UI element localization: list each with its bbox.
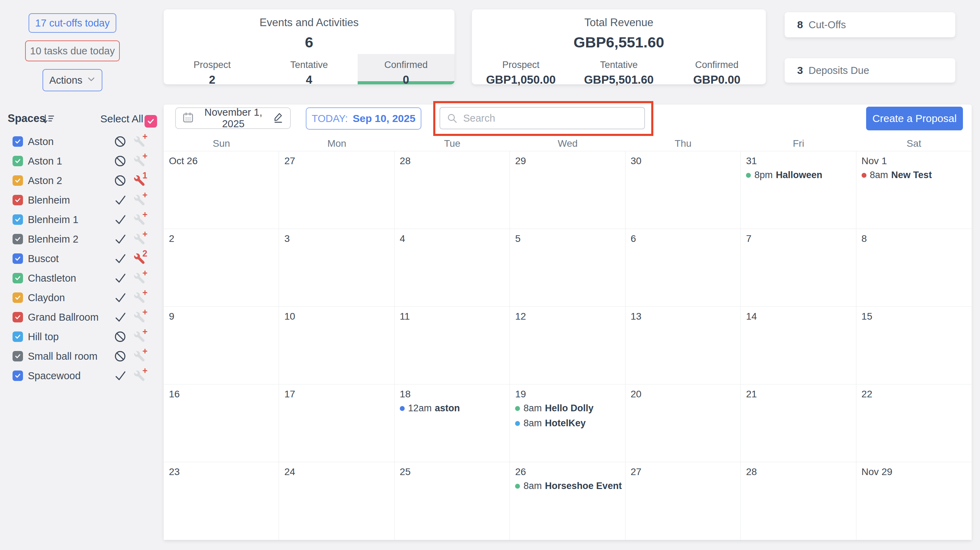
space-checkbox[interactable]	[13, 370, 23, 381]
event-item[interactable]: 12amaston	[400, 402, 508, 415]
ban-icon[interactable]	[113, 349, 127, 363]
calendar-cell[interactable]: 5	[510, 229, 625, 307]
event-item[interactable]: 8amNew Test	[862, 169, 970, 182]
actions-dropdown-button[interactable]: Actions	[43, 69, 102, 91]
calendar-cell[interactable]: 198amHello Dolly8amHotelKey	[510, 384, 625, 462]
event-item[interactable]: 8pmHalloween	[746, 169, 854, 182]
check-icon[interactable]	[113, 252, 127, 265]
wrench-badge: +	[142, 307, 148, 317]
ban-icon[interactable]	[113, 174, 127, 187]
event-item[interactable]: 8amHotelKey	[515, 417, 623, 430]
calendar-cell[interactable]: 28	[741, 462, 856, 540]
calendar-cell[interactable]: 7	[741, 229, 856, 307]
calendar-cell[interactable]: 10	[279, 307, 394, 384]
check-icon[interactable]	[113, 213, 127, 226]
wrench-icon[interactable]: +	[134, 312, 145, 323]
events-prospect-tab[interactable]: Prospect 2	[164, 54, 261, 84]
calendar-cell[interactable]: 268amHorseshoe Event	[510, 462, 625, 540]
calendar-cell[interactable]: 3	[279, 229, 394, 307]
calendar-cell[interactable]: 15	[856, 307, 972, 384]
calendar-cell[interactable]: 6	[625, 229, 741, 307]
space-checkbox[interactable]	[13, 234, 23, 244]
event-item[interactable]: 8amHorseshoe Event	[515, 480, 623, 493]
check-icon[interactable]	[113, 311, 127, 324]
calendar-cell[interactable]: 29	[510, 151, 625, 229]
calendar-cell[interactable]: Nov 18amNew Test	[856, 151, 972, 229]
calendar-cell[interactable]: 1812amaston	[395, 384, 510, 462]
calendar-cell[interactable]: 30	[625, 151, 741, 229]
calendar-cell[interactable]: 21	[741, 384, 856, 462]
calendar-cell[interactable]: 25	[395, 462, 510, 540]
cutoffs-today-button[interactable]: 17 cut-offs today	[29, 13, 116, 33]
wrench-icon[interactable]: +	[134, 195, 145, 206]
calendar-cell[interactable]: 23	[164, 462, 279, 540]
calendar-cell[interactable]: 14	[741, 307, 856, 384]
cutoffs-summary-card[interactable]: 8 Cut-Offs	[784, 12, 955, 37]
calendar-cell[interactable]: 20	[625, 384, 741, 462]
calendar-cell[interactable]: 9	[164, 307, 279, 384]
space-checkbox[interactable]	[13, 136, 23, 147]
wrench-icon[interactable]: +	[134, 136, 145, 147]
check-icon[interactable]	[113, 193, 127, 207]
space-checkbox[interactable]	[13, 312, 23, 322]
select-all-checkbox[interactable]	[145, 115, 157, 128]
wrench-icon[interactable]: +	[134, 214, 145, 225]
edit-pencil-icon[interactable]	[273, 112, 284, 125]
ban-icon[interactable]	[113, 135, 127, 148]
space-checkbox[interactable]	[13, 175, 23, 186]
event-time: 8am	[523, 418, 542, 429]
ban-icon[interactable]	[113, 330, 127, 343]
space-checkbox[interactable]	[13, 253, 23, 264]
calendar-cell[interactable]: 318pmHalloween	[741, 151, 856, 229]
sort-spaces-icon[interactable]	[43, 114, 54, 126]
check-icon[interactable]	[113, 291, 127, 304]
calendar-cell[interactable]: 13	[625, 307, 741, 384]
calendar-cell[interactable]: 22	[856, 384, 972, 462]
space-label: Aston 2	[28, 175, 62, 187]
today-button[interactable]: TODAY: Sep 10, 2025	[306, 107, 422, 130]
check-icon[interactable]	[113, 369, 127, 383]
event-item[interactable]: 8amHello Dolly	[515, 402, 623, 415]
space-checkbox[interactable]	[13, 351, 23, 362]
events-confirmed-tab[interactable]: Confirmed 0	[358, 54, 455, 84]
tasks-due-button[interactable]: 10 tasks due today	[25, 40, 120, 61]
calendar-cell[interactable]: 2	[164, 229, 279, 307]
calendar-cell[interactable]: Nov 29	[856, 462, 972, 540]
calendar-cell[interactable]: 16	[164, 384, 279, 462]
ban-icon[interactable]	[113, 155, 127, 167]
cell-date: 5	[515, 233, 623, 244]
wrench-icon[interactable]: +	[134, 370, 145, 382]
calendar-cell[interactable]: 12	[510, 307, 625, 384]
space-checkbox[interactable]	[13, 156, 23, 166]
calendar-cell[interactable]: 27	[279, 151, 394, 229]
calendar-cell[interactable]: 28	[395, 151, 510, 229]
calendar-cell[interactable]: 24	[279, 462, 394, 540]
wrench-icon[interactable]: +	[134, 351, 145, 362]
events-tentative-tab[interactable]: Tentative 4	[261, 54, 357, 84]
space-checkbox[interactable]	[13, 214, 23, 225]
check-icon[interactable]	[113, 233, 127, 246]
wrench-icon[interactable]: 1	[134, 175, 145, 187]
space-checkbox[interactable]	[13, 332, 23, 342]
calendar-cell[interactable]: 4	[395, 229, 510, 307]
wrench-icon[interactable]: +	[134, 234, 145, 245]
search-input[interactable]	[439, 107, 645, 129]
wrench-icon[interactable]: 2	[134, 253, 145, 265]
calendar-cell[interactable]: 11	[395, 307, 510, 384]
wrench-icon[interactable]: +	[134, 273, 145, 284]
create-proposal-button[interactable]: Create a Proposal	[866, 107, 963, 130]
deposits-summary-card[interactable]: 3 Deposits Due	[784, 58, 955, 83]
space-checkbox[interactable]	[13, 292, 23, 303]
wrench-icon[interactable]: +	[134, 156, 145, 167]
calendar-cell[interactable]: 17	[279, 384, 394, 462]
space-checkbox[interactable]	[13, 273, 23, 283]
wrench-icon[interactable]: +	[134, 332, 145, 343]
calendar-cell[interactable]: 27	[625, 462, 741, 540]
event-name: Horseshoe Event	[545, 481, 622, 491]
calendar-date-picker[interactable]: November 1, 2025	[175, 107, 291, 129]
space-checkbox[interactable]	[13, 195, 23, 205]
calendar-cell[interactable]: Oct 26	[164, 151, 279, 229]
wrench-icon[interactable]: +	[134, 292, 145, 304]
check-icon[interactable]	[113, 271, 127, 285]
calendar-cell[interactable]: 8	[856, 229, 972, 307]
